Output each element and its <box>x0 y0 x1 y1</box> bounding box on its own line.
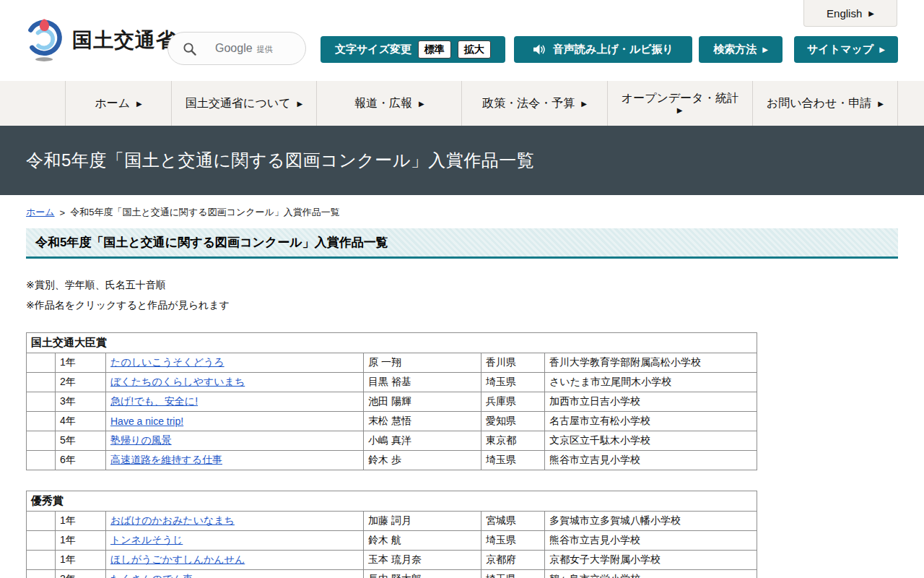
artwork-title-link[interactable]: おばけのかおみたいなまち <box>110 514 235 526</box>
speaker-icon <box>533 43 546 56</box>
grade-cell: 2年 <box>56 570 106 578</box>
student-name-cell: 原 一翔 <box>364 353 481 373</box>
prefecture-cell: 東京都 <box>481 431 545 451</box>
artwork-title-link[interactable]: たくさんのでん車 <box>110 573 193 578</box>
breadcrumb-separator: > <box>60 207 66 218</box>
artwork-title-cell: Have a nice trip! <box>106 412 364 431</box>
nav-item-contact[interactable]: お問い合わせ・申請 ▶ <box>752 81 898 126</box>
student-name-cell: 鈴木 航 <box>364 531 481 551</box>
artwork-title-cell: ぼくたちのくらしやすいまち <box>106 373 364 392</box>
student-name-cell: 小嶋 真洋 <box>364 431 481 451</box>
award-caption: 国土交通大臣賞 <box>27 333 757 353</box>
nav-item-policy[interactable]: 政策・法令・予算 ▶ <box>461 81 606 126</box>
chevron-right-icon: ▶ <box>762 46 768 53</box>
tts-button[interactable]: 音声読み上げ・ルビ振り <box>514 36 692 63</box>
artwork-title-link[interactable]: 塾帰りの風景 <box>110 434 172 446</box>
tts-label: 音声読み上げ・ルビ振り <box>553 43 674 56</box>
breadcrumb: ホーム > 令和5年度「国土と交通に関する図画コンクール」入賞作品一覧 <box>26 206 898 219</box>
rank-cell <box>27 512 56 531</box>
chevron-right-icon: ▶ <box>868 9 874 17</box>
mlit-logo-icon <box>25 17 65 64</box>
grade-cell: 6年 <box>56 451 106 470</box>
artwork-title-cell: おばけのかおみたいなまち <box>106 512 364 531</box>
rank-cell <box>27 551 56 570</box>
school-cell: 加西市立日吉小学校 <box>545 392 757 412</box>
table-row: 4年 Have a nice trip! 末松 慧悟 愛知県 名古屋市立有松小学… <box>27 412 757 431</box>
award-table-excellence: 優秀賞 1年 おばけのかおみたいなまち 加藤 詞月 宮城県 多賀城市立多賀城八幡… <box>26 491 757 578</box>
search-provided-by: 提供 <box>257 44 273 55</box>
grade-cell: 3年 <box>56 392 106 412</box>
artwork-title-link[interactable]: トンネルそうじ <box>110 534 183 545</box>
student-name-cell: 池田 陽輝 <box>364 392 481 412</box>
standard-size-button[interactable]: 標準 <box>418 40 451 58</box>
student-name-cell: 目黒 裕基 <box>364 373 481 392</box>
school-cell: 熊谷市立吉見小学校 <box>545 451 757 470</box>
nav-item-opendata[interactable]: オープンデータ・統計 ▶ <box>607 81 752 126</box>
rank-cell <box>27 392 56 412</box>
artwork-title-cell: ほしがうごかすしんかんせん <box>106 551 364 570</box>
nav-item-label: 報道・広報 <box>354 96 412 111</box>
nav-item-label: ホーム <box>95 96 130 111</box>
award-table-minister: 国土交通大臣賞 1年 たのしいこうそくどうろ 原 一翔 香川県 香川大学教育学部… <box>26 332 757 470</box>
nav-item-label: オープンデータ・統計 <box>622 92 738 105</box>
search-method-button[interactable]: 検索方法 ▶ <box>699 36 783 63</box>
mlit-logo-link[interactable]: 国土交通省 <box>25 17 177 64</box>
nav-item-about[interactable]: 国土交通省について ▶ <box>171 81 316 126</box>
chevron-right-icon: ▶ <box>297 100 303 108</box>
student-name-cell: 末松 慧悟 <box>364 412 481 431</box>
artwork-title-cell: 塾帰りの風景 <box>106 431 364 451</box>
rank-cell <box>27 531 56 551</box>
nav-item-label: 国土交通省について <box>186 96 291 111</box>
section-heading-text: 令和5年度「国土と交通に関する図画コンクール」入賞作品一覧 <box>35 234 388 251</box>
chevron-right-icon: ▶ <box>878 100 884 108</box>
prefecture-cell: 埼玉県 <box>481 531 545 551</box>
school-cell: 鶴ヶ島市立栄小学校 <box>545 570 757 578</box>
table-row: 2年 たくさんのでん車 長内 賢太郎 埼玉県 鶴ヶ島市立栄小学校 <box>27 570 757 578</box>
rank-cell <box>27 451 56 470</box>
search-input[interactable]: Google 提供 <box>167 32 306 65</box>
main-nav-inner: ホーム ▶ 国土交通省について ▶ 報道・広報 ▶ 政策・法令・予算 ▶ オープ… <box>65 81 898 126</box>
note-line: ※作品名をクリックすると作品が見られます <box>26 295 898 315</box>
artwork-title-cell: トンネルそうじ <box>106 531 364 551</box>
table-row: 6年 高速道路を維持する仕事 鈴木 歩 埼玉県 熊谷市立吉見小学校 <box>27 451 757 470</box>
artwork-title-cell: たくさんのでん車 <box>106 570 364 578</box>
grade-cell: 1年 <box>56 353 106 373</box>
artwork-title-link[interactable]: たのしいこうそくどうろ <box>110 356 225 368</box>
artwork-title-cell: 高速道路を維持する仕事 <box>106 451 364 470</box>
school-cell: 名古屋市立有松小学校 <box>545 412 757 431</box>
rank-cell <box>27 412 56 431</box>
note-line: ※賞別、学年順、氏名五十音順 <box>26 275 898 295</box>
artwork-title-link[interactable]: ほしがうごかすしんかんせん <box>110 553 245 565</box>
rank-cell <box>27 353 56 373</box>
award-caption-row: 国土交通大臣賞 <box>27 333 757 353</box>
english-button[interactable]: English ▶ <box>803 0 897 27</box>
font-size-button-group: 文字サイズ変更 標準 拡大 <box>321 36 505 63</box>
artwork-title-link[interactable]: 高速道路を維持する仕事 <box>110 454 222 465</box>
prefecture-cell: 埼玉県 <box>481 451 545 470</box>
school-cell: 京都女子大学附属小学校 <box>545 551 757 570</box>
breadcrumb-home-link[interactable]: ホーム <box>26 206 55 219</box>
award-caption-row: 優秀賞 <box>27 491 757 512</box>
search-provider-text: Google 提供 <box>215 42 273 55</box>
artwork-title-link[interactable]: ぼくたちのくらしやすいまち <box>110 376 245 387</box>
prefecture-cell: 兵庫県 <box>481 392 545 412</box>
artwork-title-cell: 急げ!でも、安全に! <box>106 392 364 412</box>
nav-item-home[interactable]: ホーム ▶ <box>65 81 171 126</box>
breadcrumb-current: 令和5年度「国土と交通に関する図画コンクール」入賞作品一覧 <box>70 206 340 219</box>
table-row: 5年 塾帰りの風景 小嶋 真洋 東京都 文京区立千駄木小学校 <box>27 431 757 451</box>
search-provider-name: Google <box>215 42 253 55</box>
artwork-title-link[interactable]: Have a nice trip! <box>110 415 183 427</box>
grade-cell: 1年 <box>56 512 106 531</box>
prefecture-cell: 埼玉県 <box>481 570 545 578</box>
section-heading: 令和5年度「国土と交通に関する図画コンクール」入賞作品一覧 <box>26 228 898 259</box>
nav-item-label: お問い合わせ・申請 <box>767 96 872 111</box>
award-caption: 優秀賞 <box>27 491 757 512</box>
chevron-right-icon: ▶ <box>677 106 683 115</box>
artwork-title-link[interactable]: 急げ!でも、安全に! <box>110 395 198 407</box>
large-size-button[interactable]: 拡大 <box>458 40 491 58</box>
nav-item-press[interactable]: 報道・広報 ▶ <box>316 81 461 126</box>
page-title: 令和5年度「国土と交通に関する図画コンクール」入賞作品一覧 <box>26 149 534 172</box>
sitemap-button[interactable]: サイトマップ ▶ <box>794 36 898 63</box>
prefecture-cell: 香川県 <box>481 353 545 373</box>
student-name-cell: 加藤 詞月 <box>364 512 481 531</box>
